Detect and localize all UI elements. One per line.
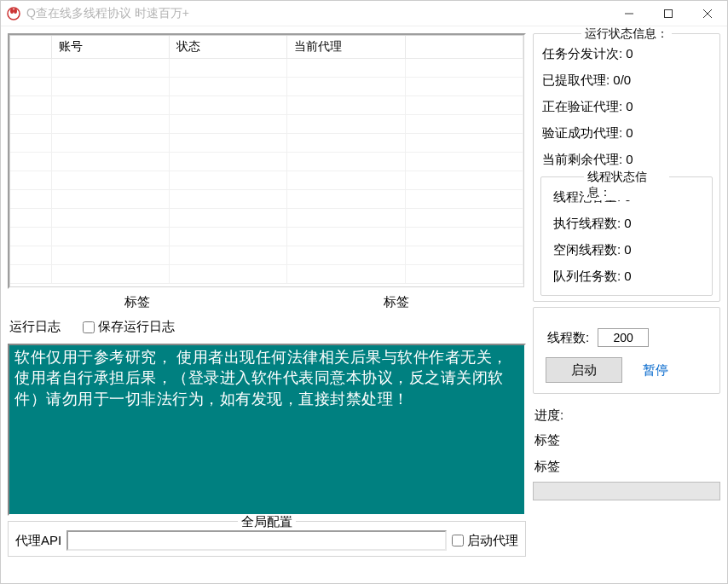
table-row[interactable] bbox=[10, 190, 523, 209]
svg-point-2 bbox=[14, 9, 17, 14]
svg-point-1 bbox=[10, 9, 14, 14]
table-row[interactable] bbox=[10, 78, 523, 96]
save-log-checkbox-label[interactable]: 保存运行日志 bbox=[83, 319, 175, 335]
table-row[interactable] bbox=[10, 115, 523, 134]
left-pane: 账号 状态 当前代理 bbox=[8, 33, 526, 576]
svg-point-0 bbox=[8, 8, 20, 20]
global-config-group: 全局配置 代理API 启动代理 bbox=[8, 521, 526, 557]
thread-status-group: 线程状态信息： 线程池容量: 0 执行线程数: 0 空闲线程数: 0 队列任务 bbox=[540, 176, 713, 296]
log-content: 软件仅用于参考研究， 使用者出现任何法律相关后果与软件作者无关，使用者自行承担后… bbox=[14, 349, 508, 408]
dispatch-line: 任务分发计次: 0 bbox=[540, 41, 713, 67]
svg-rect-4 bbox=[665, 9, 673, 17]
button-row: 启动 暂停 bbox=[540, 350, 713, 388]
fetched-line: 已提取代理: 0/0 bbox=[540, 67, 713, 94]
log-textarea[interactable]: 软件仅用于参考研究， 使用者出现任何法律相关后果与软件作者无关，使用者自行承担后… bbox=[8, 344, 526, 516]
start-proxy-checkbox-label[interactable]: 启动代理 bbox=[452, 533, 518, 549]
progress-label: 进度: bbox=[533, 399, 720, 427]
running-line: 执行线程数: 0 bbox=[548, 211, 705, 237]
accounts-grid[interactable]: 账号 状态 当前代理 bbox=[8, 33, 526, 289]
main-body: 账号 状态 当前代理 bbox=[1, 26, 727, 583]
right-pane: 运行状态信息： 任务分发计次: 0 已提取代理: 0/0 正在验证代理: 0 验… bbox=[533, 33, 720, 576]
misc-label-1: 标签 bbox=[533, 427, 720, 454]
titlebar[interactable]: Q查在线多线程协议 时速百万+ bbox=[1, 1, 727, 26]
table-row[interactable] bbox=[10, 96, 523, 115]
grid-col-account[interactable]: 账号 bbox=[51, 36, 169, 59]
table-row[interactable] bbox=[10, 153, 523, 171]
verifying-line: 正在验证代理: 0 bbox=[540, 94, 713, 120]
save-log-text: 保存运行日志 bbox=[98, 319, 175, 335]
window-controls bbox=[610, 1, 727, 26]
grid-col-extra[interactable] bbox=[405, 36, 523, 59]
label-a: 标签 bbox=[8, 294, 267, 310]
start-proxy-text: 启动代理 bbox=[467, 533, 518, 549]
grid-col-status[interactable]: 状态 bbox=[169, 36, 286, 59]
label-b: 标签 bbox=[267, 294, 526, 310]
table-row[interactable] bbox=[10, 171, 523, 190]
queue-line: 队列任务数: 0 bbox=[548, 263, 705, 290]
table-row[interactable] bbox=[10, 246, 523, 265]
misc-label-2: 标签 bbox=[533, 454, 720, 480]
run-status-group: 运行状态信息： 任务分发计次: 0 已提取代理: 0/0 正在验证代理: 0 验… bbox=[533, 33, 720, 302]
table-row[interactable] bbox=[10, 228, 523, 246]
thread-count-row: 线程数: bbox=[540, 320, 713, 350]
run-status-title: 运行状态信息： bbox=[581, 26, 672, 42]
idle-line: 空闲线程数: 0 bbox=[548, 237, 705, 263]
proxy-api-input[interactable] bbox=[66, 530, 447, 551]
grid-header-row: 账号 状态 当前代理 bbox=[10, 36, 523, 59]
thread-count-input[interactable] bbox=[598, 328, 649, 347]
start-proxy-checkbox[interactable] bbox=[452, 535, 464, 546]
log-title: 运行日志 bbox=[9, 319, 61, 335]
table-row[interactable] bbox=[10, 265, 523, 284]
window-title: Q查在线多线程协议 时速百万+ bbox=[26, 6, 610, 21]
start-button[interactable]: 启动 bbox=[546, 357, 622, 383]
app-window: Q查在线多线程协议 时速百万+ 账号 bbox=[0, 0, 728, 584]
minimize-button[interactable] bbox=[610, 1, 649, 26]
maximize-button[interactable] bbox=[649, 1, 688, 26]
table-row[interactable] bbox=[10, 59, 523, 78]
progress-section: 进度: 标签 标签 bbox=[533, 399, 720, 500]
grid-col-blank[interactable] bbox=[10, 36, 51, 59]
proxy-api-label: 代理API bbox=[15, 533, 61, 549]
verified-line: 验证成功代理: 0 bbox=[540, 120, 713, 147]
app-icon bbox=[6, 6, 21, 21]
close-button[interactable] bbox=[688, 1, 727, 26]
table-row[interactable] bbox=[10, 209, 523, 228]
global-group-title: 全局配置 bbox=[238, 514, 296, 530]
save-log-checkbox[interactable] bbox=[83, 321, 95, 333]
progress-bar bbox=[533, 482, 720, 500]
table-row[interactable] bbox=[10, 134, 523, 153]
log-header: 运行日志 保存运行日志 bbox=[8, 317, 526, 338]
labels-row: 标签 标签 bbox=[8, 294, 526, 312]
thread-status-title: 线程状态信息： bbox=[584, 170, 669, 200]
pause-button[interactable]: 暂停 bbox=[643, 362, 668, 379]
thread-count-label: 线程数: bbox=[547, 330, 589, 346]
grid-col-proxy[interactable]: 当前代理 bbox=[287, 36, 405, 59]
thread-control-group: 线程数: 启动 暂停 bbox=[533, 307, 720, 394]
